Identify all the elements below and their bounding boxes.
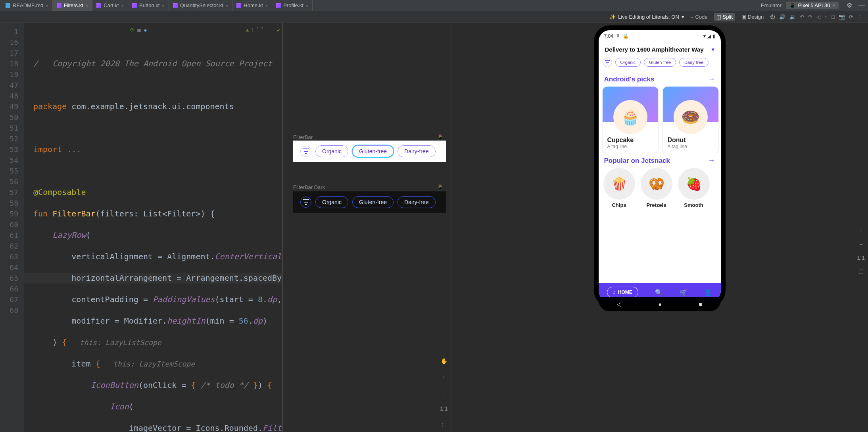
stack-icon[interactable]: ◆: [144, 25, 147, 35]
tab-quantity[interactable]: QuantitySelector.kt×: [169, 0, 233, 11]
chevron-down-icon[interactable]: ▾: [712, 46, 714, 52]
back-icon[interactable]: ◁: [617, 301, 621, 307]
profile-icon[interactable]: 👤: [704, 289, 712, 296]
phone-frame: 7:04🎙🔒 ▾◢▮ Delivery to 1600 Amphitheater…: [594, 25, 726, 307]
tab-home[interactable]: Home.kt×: [232, 0, 272, 11]
refresh-icon[interactable]: ⟳: [130, 25, 134, 35]
view-code-button[interactable]: ≡Code: [688, 13, 710, 21]
tab-readme[interactable]: README.md×: [2, 0, 53, 11]
filter-list-icon[interactable]: [300, 197, 311, 208]
device-selector[interactable]: 📱Pixel 5 API 30×: [786, 2, 839, 9]
zoom-in-icon[interactable]: +: [439, 372, 449, 381]
popular-row: 🍿Chips 🥨Pretzels 🍓Smooth: [599, 168, 721, 208]
filterbar-preview-dark: Organic Gluten-free Dairy-free: [293, 191, 446, 213]
chip-dairyfree[interactable]: Dairy-free: [679, 58, 709, 67]
rotate-right-icon[interactable]: ↷: [808, 14, 812, 20]
overview-icon[interactable]: □: [832, 14, 835, 20]
home-icon[interactable]: ○: [824, 14, 828, 20]
product-image: 🍓: [678, 168, 710, 200]
view-split-button[interactable]: ◫Split: [714, 13, 735, 21]
kotlin-icon: [132, 3, 137, 8]
split-icon: ◫: [716, 14, 721, 20]
code-area[interactable]: ▲1˄˅ ⟳ ▥ ◆ ✔ / Copyright 2020 The Androi…: [24, 23, 282, 432]
close-icon[interactable]: ×: [162, 3, 164, 8]
product-image: 🍿: [603, 168, 635, 200]
code-editor[interactable]: 1161718194748495051525354555657585960616…: [0, 23, 282, 432]
tab-button[interactable]: Button.kt×: [128, 0, 169, 11]
card-title: Donut: [668, 137, 714, 144]
zoom-out-icon[interactable]: −: [439, 388, 449, 397]
pan-icon[interactable]: ✋: [439, 357, 449, 365]
compose-preview-panel[interactable]: FilterBar 📱 Organic Gluten-free Dairy-fr…: [282, 23, 451, 432]
popular-chips[interactable]: 🍿Chips: [603, 168, 635, 208]
card-cupcake[interactable]: 🧁CupcakeA tag line: [603, 87, 658, 153]
status-bar: 7:04🎙🔒 ▾◢▮: [599, 30, 721, 39]
popular-smoothie[interactable]: 🍓Smooth: [678, 168, 710, 208]
tab-cart[interactable]: Cart.kt×: [92, 0, 128, 11]
back-icon[interactable]: ◁: [816, 14, 820, 20]
kotlin-icon: [96, 3, 101, 8]
nav-home[interactable]: ⌂HOME: [607, 287, 638, 298]
power-icon[interactable]: ⏻: [770, 14, 775, 20]
close-icon[interactable]: ×: [306, 3, 308, 8]
close-icon[interactable]: ×: [226, 3, 228, 8]
emulator-zoom-controls: + − 1:1 ▢: [857, 228, 865, 274]
chip-glutenfree[interactable]: Gluten-free: [352, 145, 394, 157]
delivery-label: Delivery to 1600 Amphitheater Way: [605, 46, 704, 53]
camera-icon[interactable]: 📷: [839, 14, 845, 20]
close-icon[interactable]: ×: [265, 3, 268, 8]
zoom-out-icon[interactable]: −: [859, 241, 862, 247]
device-select-icon[interactable]: 📱: [437, 184, 444, 191]
arrow-right-icon[interactable]: →: [708, 156, 715, 165]
arrow-right-icon[interactable]: →: [708, 75, 715, 83]
zoom-fit-icon[interactable]: 1:1: [857, 255, 865, 261]
tab-filters[interactable]: Filters.kt×: [53, 0, 93, 11]
card-title: Cupcake: [607, 137, 653, 144]
code-icon: ≡: [691, 14, 694, 20]
filter-list-icon[interactable]: [300, 146, 311, 157]
chip-organic[interactable]: Organic: [615, 58, 641, 67]
popular-pretzels[interactable]: 🥨Pretzels: [641, 168, 672, 208]
zoom-in-icon[interactable]: +: [859, 228, 862, 234]
tab-profile[interactable]: Profile.kt×: [272, 0, 313, 11]
chip-dairyfree[interactable]: Dairy-free: [398, 196, 435, 208]
filter-list-icon[interactable]: [603, 58, 612, 67]
section-title: Popular on Jetsnack: [604, 157, 670, 165]
close-icon[interactable]: ×: [832, 2, 835, 8]
home-icon[interactable]: ●: [659, 301, 662, 307]
zoom-fit-icon[interactable]: 1:1: [439, 404, 449, 413]
volume-down-icon[interactable]: 🔉: [789, 14, 796, 20]
picks-cards: 🧁CupcakeA tag line 🍩DonutA tag line: [599, 87, 721, 153]
volume-up-icon[interactable]: 🔊: [779, 14, 785, 20]
overview-icon[interactable]: ■: [699, 301, 702, 307]
more-icon[interactable]: ⋮: [857, 14, 862, 20]
cart-icon[interactable]: 🛒: [680, 289, 687, 296]
chip-dairyfree[interactable]: Dairy-free: [398, 145, 435, 157]
tab-label: Filters.kt: [64, 2, 83, 8]
status-time: 7:04: [604, 33, 613, 39]
layers-icon[interactable]: ▥: [138, 25, 141, 35]
tab-label: Button.kt: [139, 2, 159, 8]
view-design-button[interactable]: ▣Design: [739, 13, 766, 21]
chip-glutenfree[interactable]: Gluten-free: [352, 196, 394, 208]
card-donut[interactable]: 🍩DonutA tag line: [663, 87, 718, 153]
live-edit-toggle[interactable]: ✨Live Editing of Literals: ON▾: [609, 14, 684, 20]
close-icon[interactable]: ×: [46, 3, 48, 8]
workspace: 1161718194748495051525354555657585960616…: [0, 23, 868, 432]
minimize-icon[interactable]: —: [855, 2, 868, 9]
frame-icon[interactable]: ▢: [858, 268, 864, 274]
device-select-icon[interactable]: 📱: [437, 134, 444, 141]
close-icon[interactable]: ×: [86, 3, 88, 8]
frame-icon[interactable]: ▢: [439, 420, 449, 429]
chip-glutenfree[interactable]: Gluten-free: [644, 58, 676, 67]
refresh-icon[interactable]: ⟳: [849, 14, 853, 20]
close-icon[interactable]: ×: [121, 3, 124, 8]
chip-organic[interactable]: Organic: [315, 145, 348, 157]
gear-icon[interactable]: ⚙: [843, 2, 855, 9]
phone-screen[interactable]: 7:04🎙🔒 ▾◢▮ Delivery to 1600 Amphitheater…: [599, 30, 721, 302]
rotate-left-icon[interactable]: ↶: [800, 14, 804, 20]
delivery-header[interactable]: Delivery to 1600 Amphitheater Way ▾: [599, 39, 721, 58]
chip-organic[interactable]: Organic: [315, 196, 348, 208]
editor-mode-bar: ✨Live Editing of Literals: ON▾ ≡Code ◫Sp…: [0, 11, 868, 23]
search-icon[interactable]: 🔍: [655, 289, 663, 296]
